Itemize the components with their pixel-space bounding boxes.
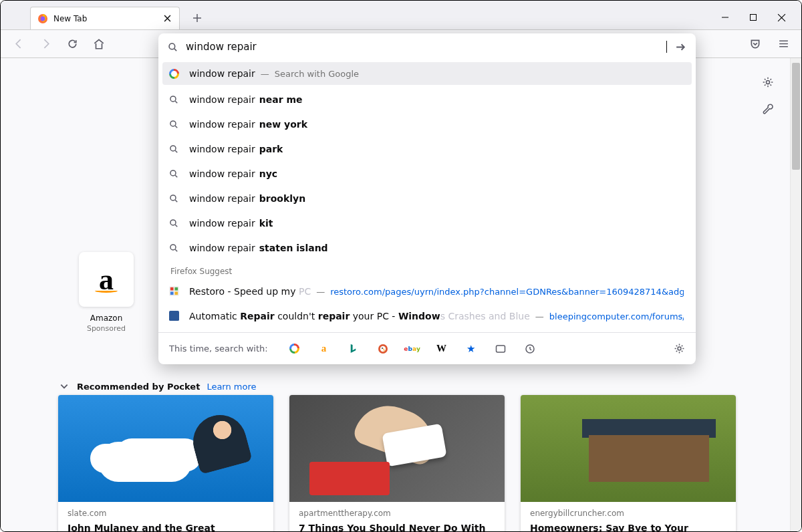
engine-amazon[interactable]: a (317, 342, 331, 356)
svg-point-1 (41, 16, 45, 21)
engine-ebay[interactable]: ebay (406, 342, 419, 356)
search-settings-icon[interactable] (674, 343, 685, 354)
close-icon[interactable] (162, 13, 172, 24)
engine-history[interactable] (523, 342, 537, 356)
forward-button[interactable] (35, 34, 55, 54)
shortcut-label: Amazon (90, 313, 123, 323)
engine-wikipedia[interactable]: W (435, 342, 448, 356)
svg-rect-17 (169, 311, 179, 321)
svg-point-23 (678, 347, 681, 350)
search-icon (169, 144, 180, 154)
maximize-button[interactable] (748, 12, 759, 23)
engine-google[interactable] (288, 342, 301, 356)
firefox-suggest-item[interactable]: Automatic Repair couldn't repair your PC… (158, 303, 696, 328)
save-to-pocket-button[interactable] (745, 34, 765, 54)
suggestion-item[interactable]: window repair near me (158, 87, 696, 112)
pocket-cards: slate.com John Mulaney and the Great apa… (58, 395, 736, 532)
pocket-card[interactable]: slate.com John Mulaney and the Great (58, 395, 273, 532)
reload-button[interactable] (62, 34, 82, 54)
search-icon (169, 243, 180, 253)
suggestion-item[interactable]: window repair new york (158, 112, 696, 136)
window-controls (720, 12, 796, 23)
svg-rect-21 (496, 346, 505, 352)
search-icon (168, 42, 178, 52)
firefox-icon (37, 13, 48, 24)
svg-point-6 (170, 120, 176, 126)
svg-point-8 (170, 170, 176, 175)
home-button[interactable] (89, 34, 109, 54)
svg-point-20 (382, 348, 383, 349)
shortcut-sublabel: Sponsored (87, 324, 126, 333)
suggestion-item[interactable]: window repair staten island (158, 235, 696, 260)
app-menu-button[interactable] (773, 34, 793, 54)
svg-point-7 (170, 145, 176, 150)
firefox-suggest-label: Firefox Suggest (158, 260, 696, 279)
bleeping-icon (169, 311, 180, 321)
back-button[interactable] (9, 34, 29, 54)
minimize-button[interactable] (720, 12, 730, 23)
search-icon (169, 194, 180, 203)
svg-rect-14 (174, 287, 178, 291)
suggestions-list: window repair — Search with Google windo… (158, 62, 696, 328)
svg-rect-16 (174, 291, 178, 295)
card-domain: energybillcruncher.com (521, 502, 736, 522)
search-input[interactable]: window repair (186, 41, 666, 53)
engine-tabs[interactable] (494, 342, 507, 356)
go-arrow-icon[interactable] (675, 41, 686, 53)
card-title: Homeowners: Say Bye to Your (521, 522, 736, 532)
suggestion-item[interactable]: window repair — Search with Google (162, 62, 692, 85)
svg-point-10 (170, 219, 176, 225)
pocket-card[interactable]: apartmenttherapy.com 7 Things You Should… (289, 395, 505, 532)
google-icon (169, 69, 180, 79)
svg-point-4 (169, 43, 175, 49)
shortcut-amazon[interactable]: a Amazon Sponsored (79, 252, 134, 333)
svg-point-9 (170, 194, 176, 200)
suggestion-item[interactable]: window repair brooklyn (158, 186, 696, 211)
new-tab-button[interactable] (188, 9, 207, 27)
svg-rect-15 (170, 291, 174, 295)
address-bar[interactable]: window repair (158, 33, 696, 60)
pocket-card[interactable]: energybillcruncher.com Homeowners: Say B… (521, 395, 736, 532)
wrench-icon[interactable] (761, 102, 775, 116)
card-title: John Mulaney and the Great (58, 522, 273, 532)
engines-label: This time, search with: (169, 344, 268, 354)
svg-point-3 (766, 80, 769, 84)
svg-rect-13 (170, 287, 174, 291)
search-icon (169, 169, 180, 178)
search-icon (169, 219, 180, 228)
suggestion-item[interactable]: window repair nyc (158, 161, 696, 186)
search-icon (169, 95, 180, 104)
search-engines-row: This time, search with: a ebay W ★ (158, 332, 696, 364)
card-domain: apartmenttherapy.com (289, 502, 505, 522)
svg-point-5 (170, 96, 176, 101)
chevron-down-icon[interactable] (58, 380, 70, 392)
pocket-heading: Recommended by Pocket (77, 382, 200, 392)
address-bar-dropdown: window repair window repair — Search wit… (158, 33, 696, 364)
engine-duckduckgo[interactable] (376, 342, 390, 356)
search-icon (169, 120, 180, 129)
card-title: 7 Things You Should Never Do With (289, 522, 505, 532)
engine-bookmarks[interactable]: ★ (464, 342, 478, 356)
card-domain: slate.com (58, 502, 273, 522)
svg-rect-2 (751, 15, 757, 21)
gear-icon[interactable] (761, 76, 775, 89)
suggestion-item[interactable]: window repair kit (158, 211, 696, 235)
close-window-button[interactable] (776, 12, 787, 23)
browser-tab[interactable]: New Tab (30, 7, 180, 29)
suggestion-item[interactable]: window repair park (158, 136, 696, 161)
svg-point-11 (170, 244, 176, 249)
restoro-icon (169, 286, 180, 296)
scrollbar[interactable] (790, 58, 801, 532)
titlebar: New Tab (1, 1, 801, 30)
tab-title: New Tab (53, 14, 87, 23)
engine-bing[interactable] (347, 342, 360, 356)
pocket-learn-more-link[interactable]: Learn more (207, 382, 256, 392)
firefox-suggest-item[interactable]: Restoro - Speed up my PC — restoro.com/p… (158, 279, 696, 303)
pocket-header: Recommended by Pocket Learn more (58, 380, 257, 392)
